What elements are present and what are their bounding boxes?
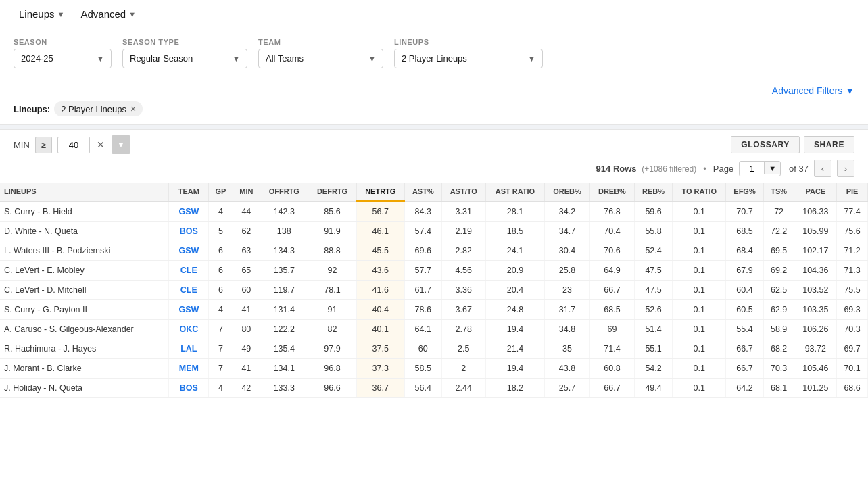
cell-rebpct: 49.4	[634, 379, 672, 398]
col-header-orebpct[interactable]: OREB%	[545, 183, 590, 201]
lineups-nav-btn[interactable]: Lineups ▼	[14, 5, 70, 22]
cell-team[interactable]: OKC	[169, 320, 209, 339]
bullet-separator: •	[703, 164, 706, 174]
cell-astratio: 20.4	[485, 281, 544, 300]
col-header-drebpct[interactable]: DREB%	[589, 183, 634, 201]
cell-tspct: 62.5	[763, 281, 794, 300]
cell-astratio: 18.5	[485, 222, 544, 241]
min-value-input[interactable]	[57, 137, 90, 153]
col-header-astpct[interactable]: AST%	[404, 183, 441, 201]
cell-toratio: 0.1	[673, 379, 726, 398]
lineups-select[interactable]: 2 Player Lineups ▼	[394, 49, 543, 68]
cell-pie: 71.3	[837, 261, 868, 281]
lineups-table: LINEUPS TEAM GP MIN OFFRTG DEFRTG NETRTG…	[0, 183, 868, 398]
season-type-select-value: Regular Season	[130, 53, 193, 64]
col-header-netrtg[interactable]: NETRTG	[356, 183, 404, 201]
col-header-team[interactable]: TEAM	[169, 183, 209, 201]
advanced-filters-btn[interactable]: Advanced Filters ▼	[772, 85, 854, 96]
cell-lineups: D. White - N. Queta	[0, 222, 169, 241]
col-header-efgpct[interactable]: EFG%	[726, 183, 764, 201]
col-header-defrtg[interactable]: DEFRTG	[308, 183, 356, 201]
filter-funnel-btn[interactable]: ▼	[112, 135, 130, 154]
col-header-pie[interactable]: PIE	[837, 183, 868, 201]
lineups-caret-icon: ▼	[57, 10, 65, 18]
cell-pace: 104.36	[794, 261, 837, 281]
table-header: LINEUPS TEAM GP MIN OFFRTG DEFRTG NETRTG…	[0, 183, 868, 201]
page-caret-icon[interactable]: ▼	[764, 162, 780, 174]
cell-orebpct: 34.7	[545, 222, 590, 241]
team-select[interactable]: All Teams ▼	[258, 49, 383, 68]
clear-min-btn[interactable]: ✕	[95, 139, 106, 150]
top-nav: Lineups ▼ Advanced ▼	[0, 0, 868, 28]
prev-page-btn[interactable]: ‹	[814, 160, 831, 177]
advanced-nav-btn[interactable]: Advanced ▼	[75, 5, 141, 22]
cell-orebpct: 25.7	[545, 379, 590, 398]
cell-team[interactable]: BOS	[169, 379, 209, 398]
col-header-min[interactable]: MIN	[233, 183, 260, 201]
cell-team[interactable]: MEM	[169, 359, 209, 379]
cell-gp: 6	[209, 281, 233, 300]
col-header-pace[interactable]: PACE	[794, 183, 837, 201]
cell-astpct: 84.3	[404, 201, 441, 222]
cell-pace: 105.46	[794, 359, 837, 379]
season-filter-group: SEASON 2024-25 ▼	[14, 38, 112, 68]
cell-team[interactable]: GSW	[169, 300, 209, 320]
col-header-offrtg[interactable]: OFFRTG	[260, 183, 308, 201]
cell-rebpct: 47.5	[634, 261, 672, 281]
cell-team[interactable]: GSW	[169, 201, 209, 222]
active-filter-close-btn[interactable]: ×	[130, 103, 136, 114]
page-number-input[interactable]	[740, 162, 764, 176]
col-header-tspct[interactable]: TS%	[763, 183, 794, 201]
next-page-btn[interactable]: ›	[837, 160, 854, 177]
cell-offrtg: 135.7	[260, 261, 308, 281]
cell-min: 42	[233, 379, 260, 398]
cell-astto: 3.67	[441, 300, 485, 320]
cell-team[interactable]: BOS	[169, 222, 209, 241]
col-header-toratio[interactable]: TO RATIO	[673, 183, 726, 201]
cell-defrtg: 78.1	[308, 281, 356, 300]
cell-astto: 3.36	[441, 281, 485, 300]
cell-pie: 69.3	[837, 300, 868, 320]
cell-astto: 2.78	[441, 320, 485, 339]
season-type-select[interactable]: Regular Season ▼	[122, 49, 247, 68]
col-header-astto[interactable]: AST/TO	[441, 183, 485, 201]
cell-team[interactable]: GSW	[169, 241, 209, 261]
table-row: J. Holiday - N. QuetaBOS442133.396.636.7…	[0, 379, 868, 398]
cell-netrtg: 40.4	[356, 300, 404, 320]
cell-gp: 4	[209, 201, 233, 222]
cell-lineups: C. LeVert - E. Mobley	[0, 261, 169, 281]
col-header-rebpct[interactable]: REB%	[634, 183, 672, 201]
active-filter-value: 2 Player Lineups	[61, 104, 126, 114]
cell-pace: 106.33	[794, 201, 837, 222]
advanced-filters-row: Advanced Filters ▼	[0, 78, 868, 101]
cell-drebpct: 66.7	[589, 281, 634, 300]
cell-pace: 102.17	[794, 241, 837, 261]
table-row: S. Curry - G. Payton IIGSW441131.49140.4…	[0, 300, 868, 320]
cell-team[interactable]: LAL	[169, 339, 209, 359]
cell-pie: 75.6	[837, 222, 868, 241]
cell-min: 80	[233, 320, 260, 339]
share-btn[interactable]: SHARE	[804, 136, 854, 153]
cell-pie: 71.2	[837, 241, 868, 261]
cell-min: 49	[233, 339, 260, 359]
cell-pie: 77.4	[837, 201, 868, 222]
cell-team[interactable]: CLE	[169, 261, 209, 281]
cell-astpct: 57.4	[404, 222, 441, 241]
col-header-gp[interactable]: GP	[209, 183, 233, 201]
col-header-astratio[interactable]: AST RATIO	[485, 183, 544, 201]
season-select[interactable]: 2024-25 ▼	[14, 49, 112, 68]
cell-lineups: S. Curry - G. Payton II	[0, 300, 169, 320]
team-select-value: All Teams	[266, 53, 304, 64]
glossary-btn[interactable]: GLOSSARY	[731, 136, 800, 153]
cell-toratio: 0.1	[673, 359, 726, 379]
lineups-nav-label: Lineups	[19, 8, 55, 20]
cell-min: 41	[233, 359, 260, 379]
cell-defrtg: 92	[308, 261, 356, 281]
cell-pie: 75.5	[837, 281, 868, 300]
col-header-lineups[interactable]: LINEUPS	[0, 183, 169, 201]
cell-min: 63	[233, 241, 260, 261]
lineups-caret: ▼	[528, 55, 535, 63]
cell-team[interactable]: CLE	[169, 281, 209, 300]
cell-offrtg: 142.3	[260, 201, 308, 222]
cell-astto: 3.31	[441, 201, 485, 222]
